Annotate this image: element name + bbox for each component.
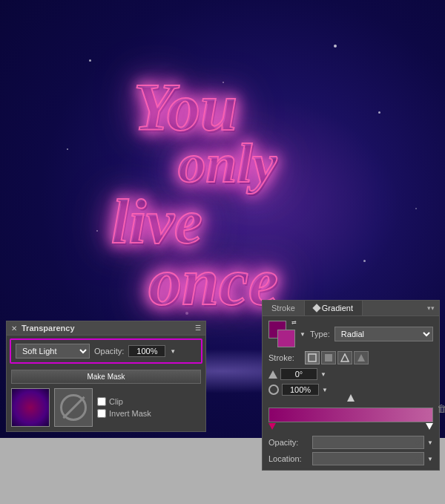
- stroke-icons-group: [305, 351, 369, 364]
- gradient-diamond-icon: [312, 304, 320, 312]
- no-mask-diagonal: [62, 396, 85, 419]
- sparkle: [334, 45, 337, 48]
- transparency-title: Transparency: [22, 324, 75, 333]
- swatch-dropdown-icon[interactable]: ▼: [300, 331, 306, 338]
- clip-checkbox[interactable]: [97, 397, 106, 406]
- no-mask-icon: [60, 394, 87, 421]
- sparkle: [67, 148, 68, 150]
- tab-gradient-label: Gradient: [322, 304, 353, 312]
- opacity-label: Opacity:: [94, 347, 124, 356]
- stop-handles-area: [268, 422, 433, 431]
- canvas-text: You only live once: [96, 71, 278, 318]
- aspect-dropdown-icon[interactable]: ▼: [322, 387, 328, 393]
- opacity-bottom-label: Opacity:: [268, 438, 309, 447]
- gradient-slider-container: 🗑: [268, 400, 433, 431]
- gradient-tabs: Stroke Gradient ▾▾: [263, 301, 439, 316]
- tab-stroke-label: Stroke: [271, 304, 295, 312]
- stroke-label: Stroke:: [268, 353, 302, 362]
- transparency-titlebar: ✕ Transparency ☰: [7, 321, 205, 336]
- top-handle-area: [268, 400, 433, 408]
- text-line-only: only: [178, 133, 278, 194]
- stroke-icon-2[interactable]: [321, 351, 336, 364]
- background-swatch[interactable]: [277, 330, 295, 347]
- type-select[interactable]: Radial Linear Freeform: [334, 327, 433, 341]
- thumbnails-row: Clip Invert Mask: [7, 387, 205, 431]
- opacity-bottom-select[interactable]: [312, 436, 424, 449]
- clip-label: Clip: [109, 397, 123, 406]
- svg-marker-3: [357, 354, 365, 361]
- svg-rect-0: [309, 354, 316, 361]
- close-icon[interactable]: ✕: [11, 324, 17, 333]
- swatch-type-row: ⇄ ▼ Type: Radial Linear Freeform: [268, 321, 433, 347]
- angle-triangle-icon: [268, 370, 277, 379]
- layer-thumbnail[interactable]: [11, 388, 50, 427]
- clip-checkbox-row[interactable]: Clip: [97, 397, 151, 406]
- swap-arrows-icon[interactable]: ⇄: [291, 319, 297, 326]
- invert-mask-label: Invert Mask: [109, 409, 151, 418]
- location-dropdown-icon[interactable]: ▼: [427, 456, 433, 462]
- delete-stop-icon[interactable]: 🗑: [437, 403, 445, 414]
- panel-collapse-button[interactable]: ▾▾: [423, 303, 439, 313]
- panel-menu-icon[interactable]: ☰: [195, 324, 201, 332]
- gradient-stop-right[interactable]: [426, 423, 433, 430]
- gradient-stop-left[interactable]: [268, 423, 276, 430]
- sparkle: [415, 208, 417, 209]
- text-line-once: once: [148, 245, 278, 318]
- stroke-icon-4[interactable]: [354, 351, 369, 364]
- stroke-icon-3[interactable]: [337, 351, 352, 364]
- angle-row: ▼: [268, 368, 433, 380]
- title-left: ✕ Transparency: [11, 324, 75, 333]
- type-label: Type:: [310, 330, 330, 338]
- angle-dropdown-icon[interactable]: ▼: [320, 371, 326, 378]
- tab-stroke[interactable]: Stroke: [263, 301, 305, 315]
- blend-opacity-row: Soft Light Normal Multiply Screen Overla…: [10, 338, 202, 364]
- gradient-slider-wrapper: 🗑: [268, 400, 433, 431]
- make-mask-button[interactable]: Make Mask: [11, 370, 201, 384]
- opacity-dropdown-icon[interactable]: ▼: [170, 348, 176, 355]
- opacity-input[interactable]: [128, 345, 165, 357]
- angle-input[interactable]: [280, 368, 317, 380]
- sparkle: [89, 59, 91, 62]
- tab-gradient[interactable]: Gradient: [305, 301, 363, 315]
- checkboxes-col: Clip Invert Mask: [97, 397, 151, 418]
- location-row: Location: ▼: [268, 452, 433, 465]
- gradient-body: ⇄ ▼ Type: Radial Linear Freeform Stroke:: [263, 316, 439, 470]
- aspect-ratio-icon: [268, 384, 279, 395]
- gradient-bar[interactable]: [268, 408, 433, 422]
- invert-mask-checkbox[interactable]: [97, 409, 106, 418]
- svg-rect-1: [325, 354, 332, 361]
- aspect-row: ▼: [268, 384, 433, 396]
- make-mask-row: Make Mask: [7, 367, 205, 387]
- stroke-icons-row: Stroke:: [268, 351, 433, 364]
- location-select[interactable]: [312, 452, 424, 465]
- location-label: Location:: [268, 454, 309, 463]
- transparency-panel: ✕ Transparency ☰ Soft Light Normal Multi…: [6, 321, 206, 432]
- invert-mask-checkbox-row[interactable]: Invert Mask: [97, 409, 151, 418]
- sparkle: [363, 260, 366, 262]
- opacity-bottom-row: Opacity: ▼: [268, 436, 433, 449]
- stroke-icon-1[interactable]: [305, 351, 320, 364]
- swatch-area: ⇄: [268, 321, 295, 347]
- aspect-input[interactable]: [282, 384, 319, 396]
- opacity-bottom-dropdown-icon[interactable]: ▼: [427, 439, 433, 446]
- gradient-panel: Stroke Gradient ▾▾ ⇄ ▼ Type: Radial Line…: [262, 300, 440, 471]
- svg-marker-2: [341, 354, 349, 361]
- sparkle: [378, 111, 380, 114]
- blend-mode-select[interactable]: Soft Light Normal Multiply Screen Overla…: [16, 344, 90, 359]
- no-mask-thumbnail[interactable]: [54, 388, 93, 427]
